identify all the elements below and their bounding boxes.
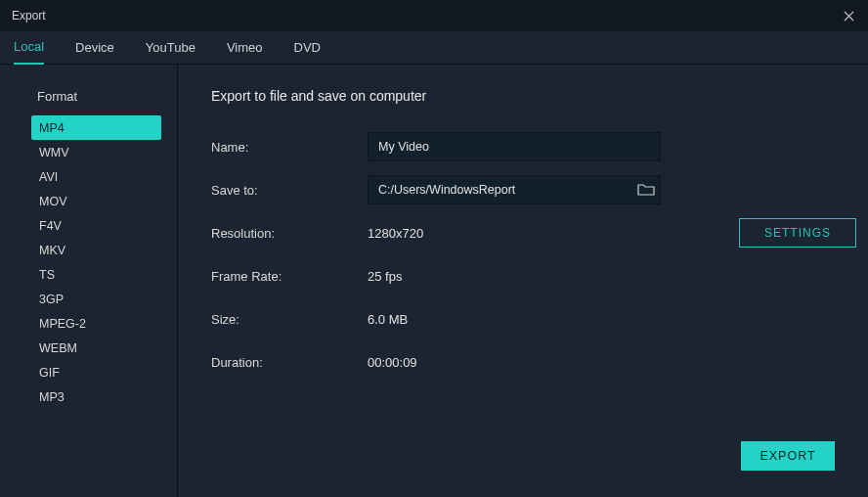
tab-device[interactable]: Device	[75, 32, 114, 64]
tabstrip: LocalDeviceYouTubeVimeoDVD	[0, 31, 868, 65]
format-list: MP4WMVAVIMOVF4VMKVTS3GPMPEG-2WEBMGIFMP3	[31, 115, 161, 409]
format-item-3gp[interactable]: 3GP	[31, 287, 161, 311]
format-item-mp4[interactable]: MP4	[31, 115, 161, 140]
format-item-mov[interactable]: MOV	[31, 189, 161, 213]
format-item-avi[interactable]: AVI	[31, 164, 161, 189]
format-item-mkv[interactable]: MKV	[31, 238, 161, 262]
settings-button[interactable]: SETTINGS	[739, 218, 856, 248]
tab-local[interactable]: Local	[14, 31, 44, 65]
sidebar-heading: Format	[31, 89, 161, 104]
row-duration: Duration: 00:00:09	[211, 340, 835, 384]
saveto-label: Save to:	[211, 183, 368, 198]
close-icon[interactable]	[839, 6, 858, 25]
tab-youtube[interactable]: YouTube	[146, 32, 195, 64]
format-item-mp3[interactable]: MP3	[31, 384, 161, 409]
size-value: 6.0 MB	[368, 312, 408, 327]
body: Format MP4WMVAVIMOVF4VMKVTS3GPMPEG-2WEBM…	[0, 65, 868, 497]
row-size: Size: 6.0 MB	[211, 297, 835, 340]
format-item-f4v[interactable]: F4V	[31, 213, 161, 238]
format-item-mpeg-2[interactable]: MPEG-2	[31, 311, 161, 336]
row-resolution: Resolution: 1280x720 SETTINGS	[211, 211, 835, 254]
row-framerate: Frame Rate: 25 fps	[211, 254, 835, 297]
resolution-label: Resolution:	[211, 226, 368, 241]
window-title: Export	[12, 9, 46, 23]
name-label: Name:	[211, 140, 368, 155]
row-name: Name:	[211, 125, 835, 168]
main-panel: Export to file and save on computer Name…	[178, 65, 868, 497]
titlebar: Export	[0, 0, 868, 31]
framerate-value: 25 fps	[368, 269, 402, 284]
saveto-input[interactable]	[368, 175, 661, 204]
resolution-value: 1280x720	[368, 226, 423, 241]
export-form: Name: Save to: Resolution: 1280x720 SETT…	[211, 125, 835, 384]
format-item-gif[interactable]: GIF	[31, 360, 161, 384]
name-input[interactable]	[368, 132, 661, 161]
size-label: Size:	[211, 312, 368, 327]
sidebar: Format MP4WMVAVIMOVF4VMKVTS3GPMPEG-2WEBM…	[0, 65, 178, 497]
duration-value: 00:00:09	[368, 355, 417, 370]
folder-icon[interactable]	[637, 183, 655, 197]
saveto-wrap	[368, 175, 661, 204]
duration-label: Duration:	[211, 355, 368, 370]
framerate-label: Frame Rate:	[211, 269, 368, 284]
footer: EXPORT	[211, 438, 835, 497]
format-item-wmv[interactable]: WMV	[31, 140, 161, 164]
export-button[interactable]: EXPORT	[741, 441, 835, 471]
row-saveto: Save to:	[211, 168, 835, 211]
tab-dvd[interactable]: DVD	[294, 32, 321, 64]
tab-vimeo[interactable]: Vimeo	[227, 32, 263, 64]
format-item-webm[interactable]: WEBM	[31, 336, 161, 360]
main-heading: Export to file and save on computer	[211, 88, 835, 104]
format-item-ts[interactable]: TS	[31, 262, 161, 287]
